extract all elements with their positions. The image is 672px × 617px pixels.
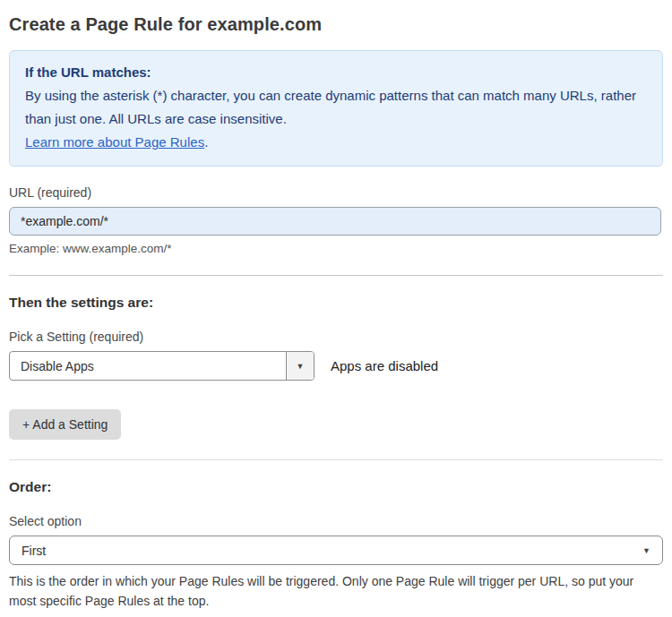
page-title: Create a Page Rule for example.com <box>9 14 663 35</box>
url-input[interactable] <box>9 207 661 236</box>
learn-more-link[interactable]: Learn more about Page Rules <box>25 134 204 150</box>
setting-row: Disable Apps ▼ Apps are disabled <box>9 351 663 381</box>
info-box-body: By using the asterisk (*) character, you… <box>25 84 647 131</box>
pick-setting-label: Pick a Setting (required) <box>9 330 663 344</box>
page-rule-form: Create a Page Rule for example.com If th… <box>0 0 672 617</box>
order-select-value: First <box>22 544 46 558</box>
setting-status-text: Apps are disabled <box>331 358 438 373</box>
setting-dropdown-value: Disable Apps <box>10 352 286 380</box>
chevron-down-icon[interactable]: ▼ <box>286 352 314 380</box>
order-section-heading: Order: <box>9 479 663 495</box>
order-select[interactable]: First ▼ <box>9 536 663 565</box>
setting-dropdown[interactable]: Disable Apps ▼ <box>9 351 314 381</box>
url-match-info-box: If the URL matches: By using the asteris… <box>9 50 663 167</box>
link-suffix: . <box>204 134 208 150</box>
order-select-label: Select option <box>9 514 663 528</box>
add-setting-button[interactable]: + Add a Setting <box>9 409 121 440</box>
divider-after-settings <box>9 459 663 460</box>
order-hint-text: This is the order in which your Page Rul… <box>9 571 647 611</box>
chevron-down-icon: ▼ <box>642 546 650 555</box>
url-field-label: URL (required) <box>9 185 663 200</box>
settings-section-heading: Then the settings are: <box>9 295 663 311</box>
info-box-link-line: Learn more about Page Rules. <box>25 131 647 154</box>
info-box-heading: If the URL matches: <box>25 61 647 84</box>
divider-after-url <box>9 275 663 276</box>
url-example-hint: Example: www.example.com/* <box>9 242 663 255</box>
